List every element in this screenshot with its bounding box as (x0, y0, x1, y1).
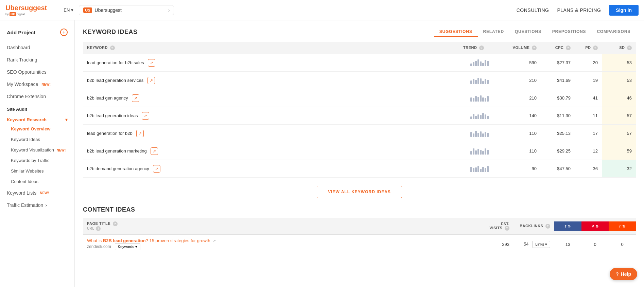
help-button[interactable]: ? Help (610, 268, 637, 280)
th-est-visits: EST.VISITS ? (473, 218, 514, 235)
keyword-info-icon: ? (110, 46, 115, 50)
keyword-ideas-label: Keyword Ideas (11, 137, 40, 142)
help-question-icon: ? (616, 271, 619, 277)
trend-bar (485, 114, 486, 119)
keyword-link-icon[interactable]: ↗ (151, 147, 158, 155)
page-layout: Add Project + Dashboard Rank Tracking SE… (0, 20, 644, 287)
cpc-cell: $27.37 (541, 54, 575, 72)
site-audit-section[interactable]: Site Audit (0, 103, 74, 113)
th-backlinks: BACKLINKS ? (514, 218, 554, 235)
view-all-keyword-ideas-button[interactable]: VIEW ALL KEYWORD IDEAS (317, 186, 402, 198)
tab-questions[interactable]: QUESTIONS (509, 27, 547, 37)
keyword-link-icon[interactable]: ↗ (136, 130, 144, 137)
facebook-header: f ⇅ (554, 221, 581, 231)
tab-prepositions[interactable]: PREPOSITIONS (547, 27, 592, 37)
pd-cell: 17 (575, 125, 602, 142)
trend-bar (480, 61, 482, 66)
url-info-icon: ? (96, 226, 101, 231)
sub-item-content-ideas[interactable]: Content Ideas (0, 176, 74, 187)
trend-cell (459, 125, 500, 142)
sd-cell: 53 (602, 54, 636, 72)
chrome-extension-label: Chrome Extension (7, 94, 46, 99)
sidebar-item-traffic-estimation[interactable]: Traffic Estimation › (0, 199, 74, 211)
content-title-link[interactable]: What is B2B lead generation? 15 proven s… (87, 238, 211, 243)
trend-chart (470, 58, 489, 66)
keyword-lists-label: Keyword Lists (7, 190, 36, 196)
tab-related[interactable]: RELATED (478, 27, 509, 37)
sub-item-keyword-ideas[interactable]: Keyword Ideas (0, 134, 74, 145)
trend-bar (475, 96, 477, 102)
traffic-estimation-label: Traffic Estimation (7, 202, 43, 208)
trend-bar (482, 81, 484, 84)
th-trend: TREND ? (459, 42, 500, 54)
table-row: lead generation for b2b ↗ 110 $25.13 17 … (83, 125, 636, 142)
trend-bar (477, 59, 479, 66)
cpc-cell: $47.50 (541, 160, 575, 178)
reddit-sort-icon[interactable]: ⇅ (622, 225, 625, 228)
sidebar-item-my-workspace[interactable]: My Workspace NEW! (0, 78, 74, 90)
sd-cell: 59 (602, 142, 636, 160)
sub-item-keywords-by-traffic[interactable]: Keywords by Traffic (0, 155, 74, 166)
volume-cell: 590 (500, 54, 541, 72)
trend-bar (485, 60, 486, 66)
tab-suggestions[interactable]: SUGGESTIONS (434, 27, 478, 37)
sidebar-item-dashboard[interactable]: Dashboard (0, 41, 74, 54)
add-project-button[interactable]: + (60, 29, 68, 36)
content-ideas-table: PAGE TITLE ? URL ? EST.VISITS ? BACKLINK… (83, 218, 636, 254)
table-row: b2b lead gen agency ↗ 210 $30.79 41 46 (83, 89, 636, 107)
sub-item-keyword-visualization[interactable]: Keyword Visualization NEW! (0, 145, 74, 155)
keyword-link-icon[interactable]: ↗ (132, 94, 139, 102)
cpc-cell: $11.30 (541, 107, 575, 125)
sidebar-item-chrome-extension[interactable]: Chrome Extension (0, 90, 74, 103)
pd-cell: 41 (575, 89, 602, 107)
keyword-link-icon[interactable]: ↗ (148, 59, 155, 67)
keyword-link-icon[interactable]: ↗ (147, 77, 155, 84)
keyword-link-icon[interactable]: ↗ (142, 112, 149, 120)
trend-bar (485, 79, 486, 84)
pinterest-count-cell: 0 (581, 235, 609, 254)
trend-bar (480, 150, 482, 155)
trend-bar (482, 151, 484, 155)
content-ideas-label: Content Ideas (11, 179, 38, 184)
trend-cell (459, 54, 500, 72)
cpc-cell: $29.25 (541, 142, 575, 160)
sidebar-item-keyword-lists[interactable]: Keyword Lists NEW! (0, 187, 74, 199)
trend-bar (470, 151, 472, 155)
trend-bar (470, 97, 472, 102)
keyword-research-section[interactable]: Keyword Research ▾ (0, 113, 74, 124)
sign-in-button[interactable]: Sign in (609, 5, 639, 16)
trend-bar (482, 113, 484, 119)
trend-bar (473, 98, 474, 102)
trend-bar (485, 98, 486, 102)
traffic-estimation-chevron: › (45, 202, 47, 208)
tab-comparisons[interactable]: COMPARISONS (591, 27, 636, 37)
trend-bar (473, 114, 474, 119)
trend-bar (477, 114, 479, 119)
language-selector[interactable]: EN ▾ (64, 7, 73, 13)
volume-cell: 110 (500, 142, 541, 160)
th-page-title: PAGE TITLE ? URL ? (83, 218, 473, 235)
nav-divider (58, 4, 58, 16)
table-row: lead generation for b2b sales ↗ 590 $27.… (83, 54, 636, 72)
facebook-sort-icon[interactable]: ⇅ (568, 225, 571, 228)
sidebar-item-rank-tracking[interactable]: Rank Tracking (0, 54, 74, 66)
trend-bar (482, 97, 484, 102)
sub-item-similar-websites[interactable]: Similar Websites (0, 166, 74, 176)
links-button[interactable]: Links ▾ (532, 241, 550, 248)
keyword-viz-new-badge: NEW! (57, 148, 66, 152)
sub-item-keyword-overview[interactable]: Keyword Overview (0, 124, 74, 134)
search-bar[interactable]: US Ubersuggest › (79, 5, 174, 15)
pd-cell: 12 (575, 142, 602, 160)
my-workspace-new-badge: NEW! (41, 83, 51, 86)
help-label: Help (621, 271, 631, 277)
external-link-icon[interactable]: ↗ (213, 239, 216, 243)
plans-pricing-link[interactable]: PLANS & PRICING (557, 7, 601, 13)
keyword-link-icon[interactable]: ↗ (153, 165, 160, 173)
pinterest-sort-icon[interactable]: ⇅ (596, 225, 599, 228)
keywords-button[interactable]: Keywords ▾ (115, 243, 140, 250)
trend-bar (470, 64, 472, 66)
sd-cell: 53 (602, 72, 636, 89)
sidebar-item-seo-opportunities[interactable]: SEO Opportunities (0, 66, 74, 78)
volume-cell: 110 (500, 125, 541, 142)
consulting-link[interactable]: CONSULTING (517, 7, 549, 13)
